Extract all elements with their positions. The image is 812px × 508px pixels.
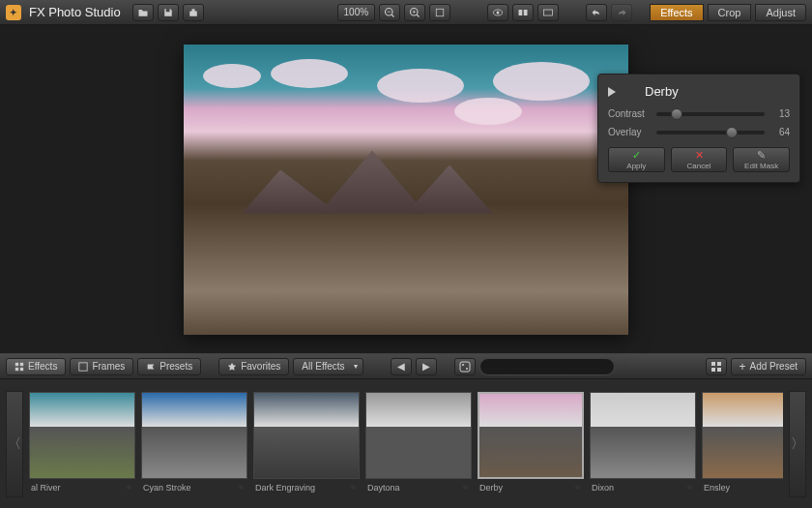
effect-name: Derby: [645, 84, 679, 99]
histogram-button[interactable]: [537, 4, 559, 21]
zoom-label[interactable]: 100%: [337, 4, 376, 21]
svg-rect-12: [79, 362, 87, 370]
preview-button[interactable]: [487, 4, 508, 21]
thumb-name: al River: [31, 483, 61, 493]
random-button[interactable]: [454, 358, 476, 375]
share-button[interactable]: [183, 4, 204, 21]
effect-thumb[interactable]: Cyan Stroke★: [141, 392, 247, 495]
slider-contrast[interactable]: [656, 112, 765, 116]
effect-thumb[interactable]: Dixon★: [590, 392, 696, 495]
svg-rect-19: [711, 368, 715, 372]
svg-rect-20: [717, 368, 721, 372]
search-input[interactable]: [492, 361, 615, 372]
image-canvas[interactable]: [184, 45, 628, 335]
bottom-toolbar: Effects Frames Presets Favorites All Eff…: [0, 354, 812, 379]
favorite-star-icon[interactable]: ★: [461, 482, 470, 493]
svg-rect-18: [717, 362, 721, 366]
slider-value: 13: [772, 108, 790, 119]
filter-dropdown[interactable]: All Effects: [293, 358, 362, 375]
edit-mask-button[interactable]: ✎Edit Mask: [733, 147, 790, 172]
scroll-left-button[interactable]: 〈: [6, 391, 23, 497]
slider-label: Overlay: [608, 127, 649, 137]
slider-label: Contrast: [608, 108, 649, 119]
next-button[interactable]: ▶: [416, 358, 437, 375]
favorite-star-icon[interactable]: ★: [237, 482, 246, 493]
mode-tab-effects[interactable]: Effects: [650, 4, 703, 21]
play-icon[interactable]: [608, 87, 616, 97]
zoom-in-button[interactable]: [404, 4, 425, 21]
apply-button[interactable]: ✓Apply: [608, 147, 665, 172]
thumb-name: Ensley: [704, 483, 730, 493]
slider-row-overlay: Overlay 64: [608, 127, 790, 137]
effect-thumb[interactable]: Derby★: [478, 392, 584, 495]
app-title: FX Photo Studio: [29, 5, 121, 19]
slider-value: 64: [772, 127, 790, 137]
add-preset-button[interactable]: +Add Preset: [731, 358, 807, 375]
app-logo: ✦: [6, 5, 21, 20]
effect-panel: Derby Contrast 13Overlay 64 ✓Apply ✕Canc…: [597, 74, 800, 183]
svg-rect-13: [460, 362, 470, 372]
favorite-star-icon[interactable]: ★: [349, 482, 358, 493]
cancel-button[interactable]: ✕Cancel: [671, 147, 728, 172]
effect-thumb[interactable]: Dark Engraving★: [253, 392, 360, 495]
thumb-name: Dixon: [592, 483, 614, 493]
mode-tab-crop[interactable]: Crop: [708, 4, 752, 21]
top-toolbar: ✦ FX Photo Studio 100% Effects Crop Adju…: [0, 0, 812, 25]
redo-button[interactable]: [611, 4, 632, 21]
effect-thumb[interactable]: Ensley★: [702, 392, 783, 495]
slider-row-contrast: Contrast 13: [608, 108, 790, 119]
prev-button[interactable]: ◀: [391, 358, 412, 375]
favorite-star-icon[interactable]: ★: [125, 482, 133, 493]
svg-rect-7: [544, 10, 553, 15]
svg-point-14: [462, 364, 464, 366]
thumb-name: Derby: [479, 483, 503, 493]
svg-rect-5: [519, 10, 523, 15]
favorite-star-icon[interactable]: ★: [685, 482, 694, 493]
svg-rect-6: [524, 10, 528, 15]
scroll-right-button[interactable]: 〉: [789, 391, 806, 497]
compare-button[interactable]: [512, 4, 534, 21]
tab-presets[interactable]: Presets: [137, 358, 201, 375]
effect-thumb[interactable]: Daytona★: [365, 392, 472, 495]
tab-frames[interactable]: Frames: [70, 358, 133, 375]
tab-favorites[interactable]: Favorites: [218, 358, 289, 375]
zoom-out-button[interactable]: [379, 4, 400, 21]
main-area: Derby Contrast 13Overlay 64 ✓Apply ✕Canc…: [0, 25, 812, 353]
grid-view-button[interactable]: [706, 358, 727, 375]
undo-button[interactable]: [586, 4, 607, 21]
filmstrip: 〈 al River★ Cyan Stroke★ Dark Engraving★…: [0, 379, 812, 508]
svg-rect-11: [20, 367, 23, 370]
svg-rect-17: [711, 362, 715, 366]
zoom-fit-button[interactable]: [429, 4, 450, 21]
thumb-name: Cyan Stroke: [143, 483, 191, 493]
bottom-panel: Effects Frames Presets Favorites All Eff…: [0, 353, 812, 508]
thumb-name: Dark Engraving: [255, 483, 315, 493]
tab-effects[interactable]: Effects: [6, 358, 66, 375]
effect-thumb[interactable]: al River★: [29, 392, 135, 495]
thumb-name: Daytona: [367, 483, 400, 493]
svg-point-4: [497, 11, 500, 14]
svg-point-15: [466, 368, 468, 370]
svg-rect-2: [436, 9, 444, 16]
search-box[interactable]: [479, 358, 615, 375]
svg-rect-9: [20, 362, 23, 365]
svg-rect-8: [15, 362, 18, 365]
save-button[interactable]: [158, 4, 179, 21]
svg-rect-10: [15, 367, 18, 370]
open-button[interactable]: [132, 4, 154, 21]
favorite-star-icon[interactable]: ★: [573, 482, 582, 493]
mode-tab-adjust[interactable]: Adjust: [755, 4, 806, 21]
slider-overlay[interactable]: [656, 131, 765, 134]
